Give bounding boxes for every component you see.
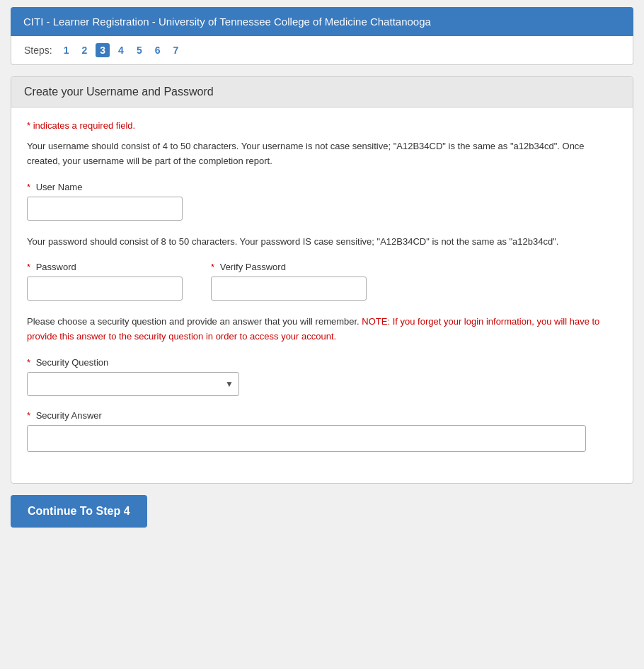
- username-label-text: User Name: [36, 182, 83, 192]
- security-answer-required-star: *: [27, 410, 30, 421]
- password-label-text: Password: [36, 262, 76, 272]
- verify-password-field-group: * Verify Password: [211, 262, 367, 301]
- password-row: * Password * Verify Password: [27, 262, 617, 301]
- security-note: Please choose a security question and pr…: [27, 315, 617, 344]
- security-answer-field-group: * Security Answer: [27, 410, 617, 452]
- security-question-label: * Security Question: [27, 357, 617, 368]
- step-6[interactable]: 6: [151, 43, 165, 57]
- step-2[interactable]: 2: [78, 43, 92, 57]
- security-question-select[interactable]: What is your mother's maiden name? What …: [27, 372, 239, 396]
- step-7[interactable]: 7: [168, 43, 183, 57]
- step-4[interactable]: 4: [114, 43, 128, 57]
- steps-label: Steps:: [24, 45, 52, 56]
- username-info-text: Your username should consist of 4 to 50 …: [27, 139, 617, 169]
- username-required-star: *: [27, 182, 30, 192]
- security-question-required-star: *: [27, 357, 30, 368]
- security-question-select-wrapper: What is your mother's maiden name? What …: [27, 372, 239, 396]
- password-info-text: Your password should consist of 8 to 50 …: [27, 235, 617, 250]
- steps-bar: Steps: 1 2 3 4 5 6 7: [11, 36, 633, 65]
- verify-password-input[interactable]: [211, 277, 367, 301]
- header-title: CITI - Learner Registration - University…: [23, 16, 431, 28]
- form-title: Create your Username and Password: [24, 86, 214, 98]
- password-field-group: * Password: [27, 262, 183, 301]
- username-label: * User Name: [27, 182, 617, 192]
- verify-password-label: * Verify Password: [211, 262, 367, 272]
- security-answer-label: * Security Answer: [27, 410, 617, 421]
- step-3-active[interactable]: 3: [96, 43, 110, 57]
- password-label: * Password: [27, 262, 183, 272]
- page-wrapper: CITI - Learner Registration - University…: [11, 7, 633, 528]
- verify-password-label-text: Verify Password: [220, 262, 286, 272]
- username-input[interactable]: [27, 197, 183, 221]
- form-card-body: * indicates a required field. Your usern…: [11, 107, 633, 483]
- required-notice: * indicates a required field.: [27, 120, 617, 131]
- security-question-label-text: Security Question: [36, 357, 109, 368]
- step-5[interactable]: 5: [132, 43, 146, 57]
- step-1[interactable]: 1: [59, 43, 74, 57]
- form-card-header: Create your Username and Password: [11, 77, 633, 107]
- security-answer-input[interactable]: [27, 425, 586, 452]
- continue-button[interactable]: Continue To Step 4: [11, 495, 147, 528]
- verify-password-required-star: *: [211, 262, 214, 272]
- security-answer-label-text: Security Answer: [36, 410, 102, 421]
- header-banner: CITI - Learner Registration - University…: [11, 7, 633, 36]
- username-field-group: * User Name: [27, 182, 617, 221]
- password-required-star: *: [27, 262, 30, 272]
- security-note-prefix: Please choose a security question and pr…: [27, 316, 362, 327]
- form-card: Create your Username and Password * indi…: [11, 76, 633, 484]
- password-input[interactable]: [27, 277, 183, 301]
- security-question-field-group: * Security Question What is your mother'…: [27, 357, 617, 396]
